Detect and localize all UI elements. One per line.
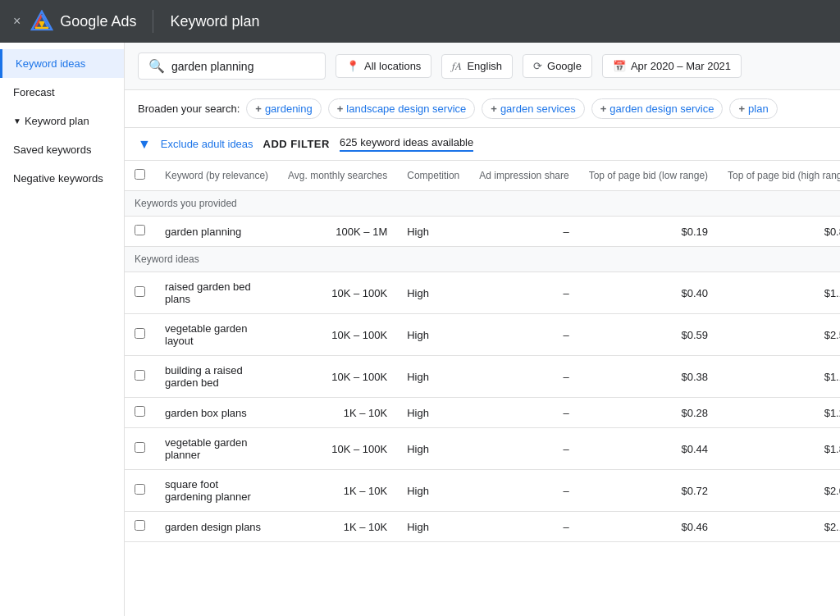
search-input[interactable]: [171, 60, 315, 73]
language-filter[interactable]: 𝑓𝐴 English: [441, 54, 513, 79]
section-title: Keywords you provided: [125, 191, 840, 217]
row-checkbox[interactable]: [135, 406, 145, 417]
row-avg-monthly: 10K – 100K: [278, 356, 397, 398]
filter-area: ▼ Exclude adult ideas ADD FILTER 625 key…: [125, 128, 840, 161]
date-filter[interactable]: 📅 Apr 2020 – Mar 2021: [602, 54, 742, 78]
table-row: vegetable garden layout 10K – 100K High …: [125, 314, 840, 356]
col-header-top-bid-low[interactable]: Top of page bid (low range): [579, 161, 718, 191]
row-keyword: building a raised garden bed: [155, 356, 278, 398]
plus-icon: +: [738, 103, 745, 115]
row-checkbox-cell[interactable]: [125, 512, 155, 542]
close-button[interactable]: ×: [13, 14, 21, 29]
col-header-keyword[interactable]: Keyword (by relevance): [155, 161, 278, 191]
row-ad-impression: –: [469, 314, 578, 356]
row-checkbox-cell[interactable]: [125, 470, 155, 512]
app-logo: Google Ads: [30, 10, 136, 33]
plus-icon: +: [255, 103, 262, 115]
date-range-label: Apr 2020 – Mar 2021: [631, 60, 731, 72]
sidebar-item-negative-keywords-label: Negative keywords: [13, 172, 103, 185]
row-top-bid-high: $2.00: [718, 470, 840, 512]
row-competition: High: [397, 314, 469, 356]
row-ad-impression: –: [469, 272, 578, 314]
app-header: × Google Ads Keyword plan: [0, 0, 840, 43]
row-checkbox[interactable]: [135, 328, 145, 339]
row-top-bid-high: $0.87: [718, 217, 840, 247]
search-icon: 🔍: [148, 58, 165, 74]
row-checkbox[interactable]: [135, 520, 145, 531]
table-row: garden design plans 1K – 10K High – $0.4…: [125, 512, 840, 542]
row-keyword: square foot gardening planner: [155, 470, 278, 512]
ideas-count: 625 keyword ideas available: [340, 136, 473, 152]
search-box[interactable]: 🔍: [138, 52, 326, 80]
language-icon: 𝑓𝐴: [452, 60, 462, 73]
row-top-bid-high: $2.11: [718, 512, 840, 542]
row-top-bid-low: $0.72: [579, 470, 718, 512]
sidebar-item-forecast[interactable]: Forecast: [0, 78, 124, 107]
plus-icon: +: [337, 103, 344, 115]
broaden-chip-garden-design[interactable]: + garden design service: [591, 98, 724, 119]
broaden-label: Broaden your search:: [138, 103, 240, 115]
broaden-chip-garden-services-label: garden services: [500, 103, 576, 115]
row-checkbox[interactable]: [135, 225, 145, 235]
row-avg-monthly: 1K – 10K: [278, 398, 397, 428]
row-checkbox-cell[interactable]: [125, 217, 155, 247]
col-header-top-bid-high[interactable]: Top of page bid (high range): [718, 161, 840, 191]
sidebar-item-keyword-plan[interactable]: ▼ Keyword plan: [0, 107, 124, 135]
network-filter[interactable]: ⟳ Google: [523, 54, 592, 78]
row-checkbox[interactable]: [135, 286, 145, 297]
plus-icon: +: [491, 103, 497, 115]
row-keyword: vegetable garden planner: [155, 428, 278, 470]
row-top-bid-low: $0.40: [579, 272, 718, 314]
location-filter[interactable]: 📍 All locations: [336, 54, 431, 78]
table-row: raised garden bed plans 10K – 100K High …: [125, 272, 840, 314]
row-checkbox[interactable]: [135, 370, 145, 381]
broaden-chip-landscape-label: landscape design service: [346, 103, 466, 115]
col-header-ad-impression[interactable]: Ad impression share: [469, 161, 578, 191]
row-ad-impression: –: [469, 470, 578, 512]
sidebar-item-keyword-ideas[interactable]: Keyword ideas: [0, 49, 124, 78]
row-checkbox-cell[interactable]: [125, 356, 155, 398]
row-ad-impression: –: [469, 356, 578, 398]
row-checkbox-cell[interactable]: [125, 314, 155, 356]
row-avg-monthly: 100K – 1M: [278, 217, 397, 247]
row-competition: High: [397, 272, 469, 314]
row-keyword: garden box plans: [155, 398, 278, 428]
row-competition: High: [397, 398, 469, 428]
broaden-chip-garden-services[interactable]: + garden services: [482, 98, 584, 119]
row-competition: High: [397, 356, 469, 398]
row-checkbox[interactable]: [135, 442, 145, 453]
filter-icon: ▼: [138, 137, 151, 152]
row-top-bid-low: $0.38: [579, 356, 718, 398]
row-checkbox-cell[interactable]: [125, 428, 155, 470]
table-section-header: Keywords you provided: [125, 191, 840, 217]
broaden-chip-garden-design-label: garden design service: [609, 103, 714, 115]
select-all-checkbox[interactable]: [135, 169, 145, 180]
row-avg-monthly: 1K – 10K: [278, 470, 397, 512]
row-checkbox[interactable]: [135, 484, 145, 495]
broaden-chip-gardening[interactable]: + gardening: [246, 98, 321, 119]
broaden-chip-plan-label: plan: [748, 103, 769, 115]
row-checkbox-cell[interactable]: [125, 272, 155, 314]
calendar-icon: 📅: [613, 60, 626, 72]
sidebar-item-negative-keywords[interactable]: Negative keywords: [0, 164, 124, 193]
select-all-header[interactable]: [125, 161, 155, 191]
row-keyword: raised garden bed plans: [155, 272, 278, 314]
row-top-bid-high: $1.21: [718, 398, 840, 428]
sidebar-item-saved-keywords[interactable]: Saved keywords: [0, 135, 124, 164]
add-filter-button[interactable]: ADD FILTER: [263, 138, 330, 150]
broaden-chip-landscape[interactable]: + landscape design service: [328, 98, 476, 119]
row-top-bid-low: $0.28: [579, 398, 718, 428]
row-top-bid-high: $1.11: [718, 356, 840, 398]
main-content: 🔍 📍 All locations 𝑓𝐴 English ⟳ Google 📅 …: [125, 43, 840, 616]
col-header-avg-monthly[interactable]: Avg. monthly searches: [278, 161, 397, 191]
row-avg-monthly: 10K – 100K: [278, 428, 397, 470]
row-checkbox-cell[interactable]: [125, 398, 155, 428]
broaden-chip-plan[interactable]: + plan: [729, 98, 777, 119]
header-divider: [153, 10, 153, 33]
broaden-chip-gardening-label: gardening: [265, 103, 313, 115]
col-header-competition[interactable]: Competition: [397, 161, 469, 191]
row-top-bid-low: $0.46: [579, 512, 718, 542]
row-top-bid-high: $1.83: [718, 428, 840, 470]
row-ad-impression: –: [469, 512, 578, 542]
exclude-adult-link[interactable]: Exclude adult ideas: [161, 138, 253, 150]
